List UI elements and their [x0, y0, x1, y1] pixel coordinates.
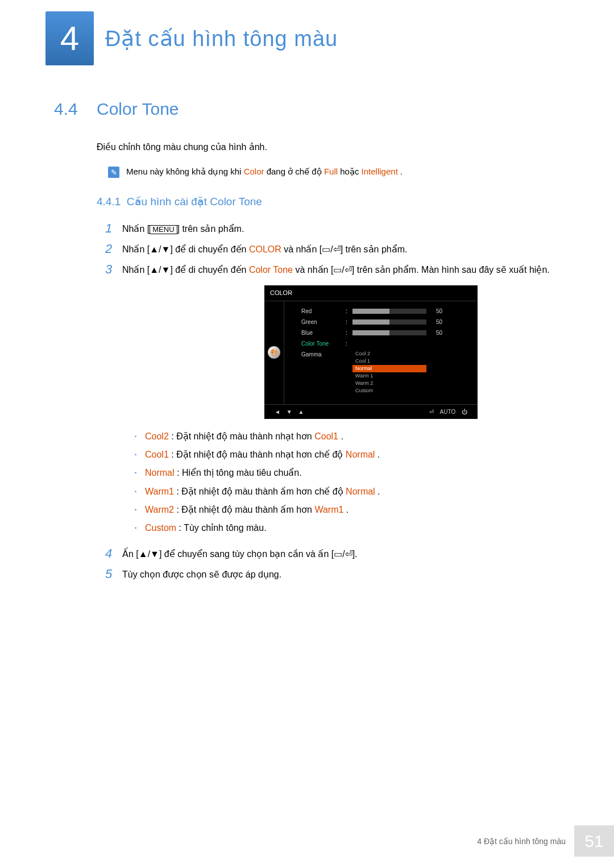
step2-mid2: và nhấn [	[281, 244, 322, 254]
step-body: Nhấn [▲/▼] để di chuyển đến Color Tone v…	[122, 263, 560, 541]
enter-icon: ⏎	[429, 408, 434, 416]
bullet-term: Custom	[145, 523, 176, 533]
osd-label: Gamma	[301, 350, 346, 359]
osd-label: Green	[301, 318, 346, 326]
step1-pre: Nhấn [	[122, 224, 150, 234]
osd-label: Blue	[301, 329, 346, 337]
osd-label-active: Color Tone	[301, 339, 346, 348]
step-3: 3 Nhấn [▲/▼] để di chuyển đến Color Tone…	[105, 263, 560, 541]
up-arrow-icon: ▲	[298, 408, 304, 416]
osd-screenshot: COLOR 🎨 Red : 50	[264, 285, 478, 419]
bullet-post: .	[338, 431, 343, 441]
menu-button-glyph: MENU	[150, 225, 177, 234]
section-heading: 4.4Color Tone	[54, 99, 560, 119]
intro-paragraph: Điều chỉnh tông màu chung của hình ảnh.	[97, 142, 560, 152]
osd-row-gamma: Gamma	[301, 350, 470, 359]
palette-icon: 🎨	[268, 346, 280, 359]
subsection-heading: 4.4.1 Cấu hình cài đặt Color Tone	[97, 195, 560, 208]
step3-mid1: ] để di chuyển đến	[170, 265, 249, 275]
step-5: 5 Tùy chọn được chọn sẽ được áp dụng.	[105, 568, 560, 582]
osd-value: 50	[431, 307, 442, 315]
note-post: .	[400, 167, 403, 176]
updown-glyph: ▲/▼	[150, 265, 170, 275]
left-arrow-icon: ◄	[275, 408, 280, 416]
osd-title: COLOR	[264, 285, 478, 301]
enter-glyph: ▭/⏎	[333, 265, 351, 275]
bullet-post: .	[343, 505, 349, 514]
step-number: 2	[105, 243, 122, 255]
bullet-normal: Normal : Hiển thị tông màu tiêu chuẩn.	[135, 467, 560, 479]
note-row: ✎ Menu này không khả dụng khi Color đang…	[108, 167, 560, 178]
step1-post: ] trên sản phẩm.	[177, 224, 244, 234]
step-2: 2 Nhấn [▲/▼] để di chuyển đến COLOR và n…	[105, 243, 560, 256]
subsection-title: Cấu hình cài đặt Color Tone	[127, 196, 262, 207]
osd-row-colortone: Color Tone :	[301, 339, 470, 348]
step-number: 5	[105, 568, 122, 580]
note-text: Menu này không khả dụng khi Color đang ở…	[126, 167, 403, 177]
option-descriptions: Cool2 : Đặt nhiệt độ màu thành nhạt hơn …	[135, 430, 560, 535]
bullet-cool1: Cool1 : Đặt nhiệt độ màu thành nhạt hơn …	[135, 448, 560, 461]
bullet-warm1: Warm1 : Đặt nhiệt độ màu thành ấm hơn ch…	[135, 485, 560, 498]
step3-post: ] trên sản phẩm. Màn hình sau đây sẽ xuấ…	[352, 265, 550, 275]
step-number: 3	[105, 263, 122, 276]
bullet-post: .	[375, 450, 380, 459]
note-intelligent: Intelligent	[362, 167, 398, 176]
bullet-warm2: Warm2 : Đặt nhiệt độ màu thành ấm hơn Wa…	[135, 504, 560, 516]
note-mid: đang ở chế độ	[267, 167, 324, 176]
bullet-term: Cool2	[145, 431, 169, 441]
step-list: 1 Nhấn [MENU] trên sản phẩm. 2 Nhấn [▲/▼…	[105, 222, 560, 582]
power-icon: ⏻	[462, 408, 467, 416]
osd-footer: ◄ ▼ ▲ ⏎ AUTO ⏻	[264, 404, 478, 419]
osd-left-panel: 🎨	[264, 301, 284, 404]
step-number: 1	[105, 222, 122, 235]
step4-mid: ] để chuyển sang tùy chọn bạn cần và ấn …	[159, 549, 334, 559]
step2-pre: Nhấn [	[122, 244, 150, 254]
osd-slider	[352, 319, 426, 325]
step-body: Tùy chọn được chọn sẽ được áp dụng.	[122, 568, 560, 582]
pencil-icon: ✎	[108, 167, 119, 178]
bullet-text: : Đặt nhiệt độ màu thành ấm hơn chế độ	[174, 487, 346, 496]
bullet-term: Normal	[145, 468, 175, 477]
updown-glyph: ▲/▼	[150, 244, 170, 254]
osd-right-panel: Red : 50 Green : 50	[284, 301, 478, 404]
osd-slider	[352, 330, 426, 335]
step-1: 1 Nhấn [MENU] trên sản phẩm.	[105, 222, 560, 236]
step-number: 4	[105, 547, 122, 560]
down-arrow-icon: ▼	[287, 408, 292, 416]
step3-colortone: Color Tone	[249, 265, 293, 275]
note-full: Full	[324, 167, 338, 176]
step-body: Nhấn [MENU] trên sản phẩm.	[122, 222, 560, 236]
bullet-text: : Đặt nhiệt độ màu thành nhạt hơn	[169, 431, 314, 441]
bullet-term2: Normal	[346, 450, 375, 459]
note-pre: Menu này không khả dụng khi	[126, 167, 244, 176]
auto-label: AUTO	[440, 408, 456, 416]
page-content: 4.4Color Tone Điều chỉnh tông màu chung …	[0, 99, 614, 582]
bullet-term2: Normal	[346, 487, 375, 496]
step4-post: ].	[352, 549, 358, 559]
subsection-number: 4.4.1	[97, 196, 121, 207]
osd-row-red: Red : 50	[301, 307, 470, 315]
page-header: 4 Đặt cấu hình tông màu	[0, 0, 614, 65]
step-4: 4 Ấn [▲/▼] để chuyển sang tùy chọn bạn c…	[105, 547, 560, 561]
footer-text: 4 Đặt cấu hình tông màu	[477, 837, 566, 846]
step3-mid2: và nhấn [	[293, 265, 333, 275]
osd-value: 50	[431, 318, 442, 326]
section-title: Color Tone	[97, 99, 179, 118]
page-footer: 4 Đặt cấu hình tông màu 51	[477, 825, 614, 857]
step3-pre: Nhấn [	[122, 265, 150, 275]
bullet-text: : Hiển thị tông màu tiêu chuẩn.	[175, 468, 302, 477]
bullet-term2: Warm1	[314, 505, 343, 514]
step2-mid1: ] để di chuyển đến	[170, 244, 249, 254]
osd-footer-nav: ◄ ▼ ▲	[272, 408, 306, 416]
enter-glyph: ▭/⏎	[322, 244, 340, 254]
enter-glyph: ▭/⏎	[334, 549, 352, 559]
step4-pre: Ấn [	[122, 549, 139, 559]
osd-footer-right: ⏎ AUTO ⏻	[427, 408, 470, 416]
bullet-post: .	[375, 487, 380, 496]
step2-color: COLOR	[249, 244, 281, 254]
bullet-term2: Cool1	[314, 431, 338, 441]
osd-row-blue: Blue : 50	[301, 329, 470, 337]
osd-row-green: Green : 50	[301, 318, 470, 326]
osd-value: 50	[431, 329, 442, 337]
bullet-term: Warm2	[145, 505, 174, 514]
